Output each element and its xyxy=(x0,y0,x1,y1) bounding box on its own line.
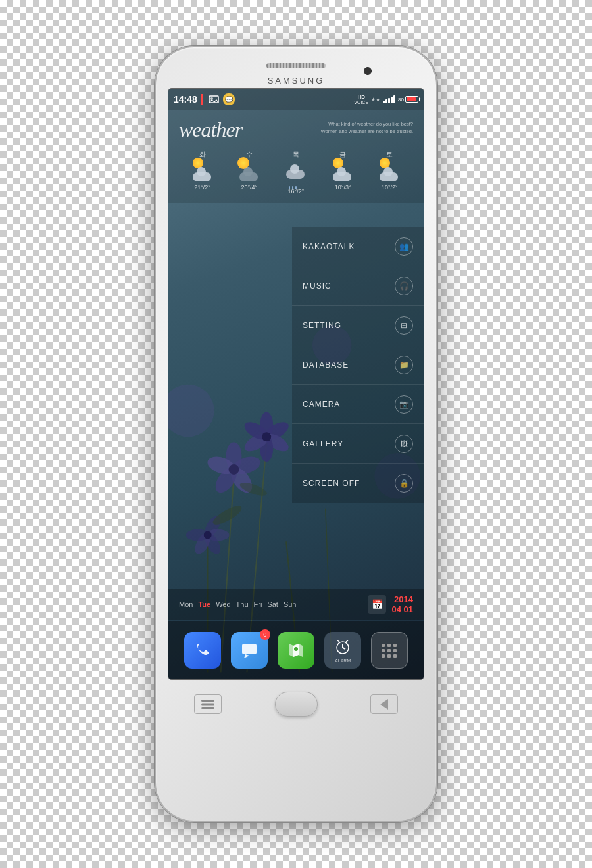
svg-marker-32 xyxy=(244,654,249,658)
hd-voice-label: HD VOICE xyxy=(354,95,368,105)
svg-point-17 xyxy=(262,432,271,441)
phone-icon xyxy=(193,641,212,660)
database-icon: 📁 xyxy=(395,356,413,374)
svg-point-24 xyxy=(168,384,214,437)
app-item-screen-off[interactable]: SCREEN OFF 🔒 xyxy=(292,464,424,503)
apps-grid-icon xyxy=(382,644,397,658)
calendar-bar: Mon Tue Wed Thu Fri Sat Sun 📅 2014 04 01 xyxy=(168,589,424,620)
status-right: HD VOICE ★★ 80 xyxy=(354,95,418,105)
day-mon: Mon xyxy=(179,600,193,608)
signal-bars xyxy=(383,95,395,103)
svg-line-40 xyxy=(346,640,348,642)
camera-icon: 📷 xyxy=(395,395,413,414)
rain-drops xyxy=(289,186,297,189)
svg-point-35 xyxy=(294,647,298,651)
alarm-label: ALARM xyxy=(335,658,351,663)
month-day: 04 01 xyxy=(391,604,413,615)
notification-indicator xyxy=(201,94,203,105)
app-item-database[interactable]: DATABASE 📁 xyxy=(292,345,424,385)
weather-quote: What kind of weather do you like best? W… xyxy=(321,120,413,135)
dock: 0 ALARM xyxy=(168,621,424,679)
day-names: Mon Tue Wed Thu Fri Sat Sun xyxy=(179,600,296,608)
battery-icon xyxy=(405,96,418,103)
battery-indicator: 80 xyxy=(398,96,418,103)
weather-widget: weather What kind of weather do you like… xyxy=(168,110,424,203)
dock-apps[interactable] xyxy=(371,632,408,669)
dock-maps[interactable] xyxy=(278,632,314,669)
weather-day-3: 목 16°/2° xyxy=(286,150,306,195)
svg-point-27 xyxy=(210,502,244,528)
app-name-setting: SETTING xyxy=(303,321,341,330)
weather-day-2: 수 20°/4° xyxy=(239,150,259,195)
status-left: 14:48 💬 xyxy=(174,93,235,105)
status-time: 14:48 xyxy=(174,94,197,105)
app-name-music: MUSIC xyxy=(303,281,332,291)
brand-logo: SAMSUNG xyxy=(268,76,325,85)
dock-phone[interactable] xyxy=(184,632,221,669)
weather-day-5: 토 10°/2° xyxy=(380,150,399,195)
dock-alarm[interactable]: ALARM xyxy=(324,632,361,669)
status-bar: 14:48 💬 HD VOICE ★★ xyxy=(168,89,424,110)
day-tue: Tue xyxy=(198,600,210,608)
app-name-camera: CAMERA xyxy=(303,400,340,409)
battery-fill xyxy=(407,97,416,101)
app-name-database: DATABASE xyxy=(303,360,349,370)
svg-point-10 xyxy=(229,464,239,475)
weather-icon-sunny-cloudy-5 xyxy=(380,162,399,181)
back-arrow-icon xyxy=(380,699,388,710)
app-item-gallery[interactable]: GALLERY 🖼 xyxy=(292,424,424,464)
svg-rect-41 xyxy=(201,700,214,702)
day-sun: Sun xyxy=(284,600,297,608)
svg-rect-43 xyxy=(201,707,214,709)
home-button[interactable] xyxy=(275,692,318,717)
back-button[interactable] xyxy=(370,694,398,714)
weather-icon-sunny-cloudy-1 xyxy=(193,162,212,181)
app-item-music[interactable]: MUSIC 🎧 xyxy=(292,266,424,306)
svg-line-39 xyxy=(337,640,339,642)
app-name-screen-off: SCREEN OFF xyxy=(303,479,360,488)
phone-screen: 14:48 💬 HD VOICE ★★ xyxy=(168,88,424,680)
year: 2014 xyxy=(391,594,413,605)
menu-button[interactable] xyxy=(194,694,222,714)
weather-days: 화 21°/2° 수 20°/4° xyxy=(179,150,413,195)
setting-icon: ⊟ xyxy=(395,316,413,335)
app-item-kakaotalk[interactable]: KAKAOTALK 👥 xyxy=(292,227,424,266)
front-camera xyxy=(364,67,372,75)
day-thu: Thu xyxy=(236,600,249,608)
svg-line-38 xyxy=(343,648,345,649)
weather-icon-sunny-2 xyxy=(239,162,259,181)
menu-icon xyxy=(201,700,214,709)
chat-badge: 0 xyxy=(260,629,270,640)
stars-indicator: ★★ xyxy=(371,97,380,103)
calendar-right: 📅 2014 04 01 xyxy=(368,594,413,615)
phone-bottom-buttons xyxy=(168,680,424,717)
dock-chat[interactable]: 0 xyxy=(231,632,268,669)
svg-rect-42 xyxy=(201,704,214,706)
day-sat: Sat xyxy=(267,600,278,608)
phone-body: SAMSUNG xyxy=(155,46,437,822)
kakaotalk-icon: 👥 xyxy=(395,237,413,256)
day-wed: Wed xyxy=(216,600,230,608)
screen-off-icon: 🔒 xyxy=(395,474,413,493)
battery-level: 80 xyxy=(398,97,404,103)
weather-icon-sunny-cloudy-4 xyxy=(333,162,353,181)
phone-top-bar: SAMSUNG xyxy=(168,59,424,83)
calendar-icon[interactable]: 📅 xyxy=(368,595,386,614)
weather-title: weather xyxy=(179,118,242,142)
svg-point-23 xyxy=(204,531,212,539)
speaker-grille xyxy=(266,63,326,68)
weather-day-1: 화 21°/2° xyxy=(193,150,212,195)
svg-rect-31 xyxy=(242,644,257,654)
kakaotalk-notification-icon: 💬 xyxy=(223,93,235,105)
app-name-gallery: GALLERY xyxy=(303,439,343,448)
gallery-notification-icon xyxy=(207,93,220,105)
chat-icon xyxy=(240,641,259,660)
weather-day-4: 금 10°/3° xyxy=(333,150,353,195)
alarm-icon xyxy=(333,639,352,657)
gallery-icon: 🖼 xyxy=(395,435,413,453)
app-item-camera[interactable]: CAMERA 📷 xyxy=(292,385,424,424)
app-item-setting[interactable]: SETTING ⊟ xyxy=(292,306,424,345)
weather-icon-rainy-3 xyxy=(286,162,306,185)
maps-icon xyxy=(287,641,305,660)
day-fri: Fri xyxy=(254,600,262,608)
